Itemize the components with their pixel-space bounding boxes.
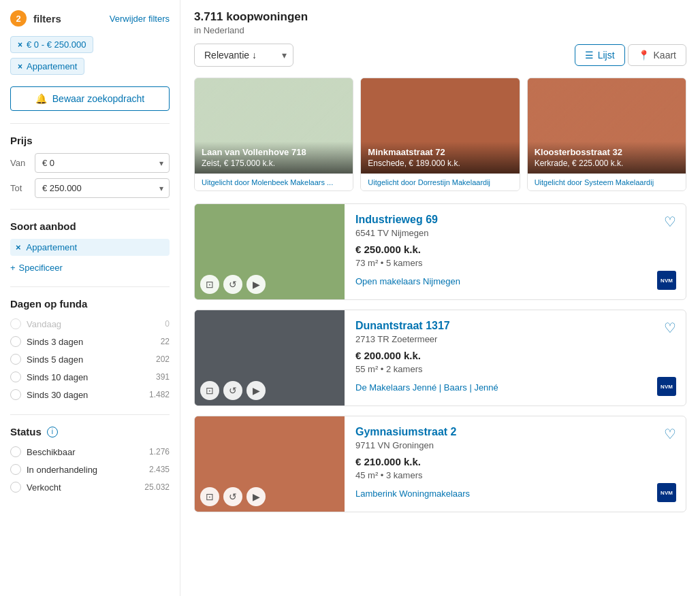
price-to-select[interactable]: € 250.000 [35,178,170,198]
save-search-button[interactable]: 🔔 Bewaar zoekopdracht [10,86,170,111]
play-icon[interactable]: ▶ [246,275,266,294]
listing-price: € 250.000 k.k. [355,244,675,255]
dagen-item[interactable]: Sinds 30 dagen1.482 [10,386,170,403]
sidebar: 2 filters Verwijder filters × € 0 - € 25… [0,0,180,596]
radio-circle [10,446,21,457]
nvm-badge: NVM [657,377,676,396]
results-header: 3.711 koopwoningen in Nederland [194,10,686,35]
status-item-label: Verkocht [27,482,61,493]
listing-card-info: ♡ Dunantstraat 1317 2713 TR Zoetermeer €… [345,310,686,405]
featured-card-agent: Uitgelicht door Systeem Makelaardij [528,173,686,191]
dagen-item-count: 391 [156,372,170,382]
play-icon[interactable]: ▶ [246,487,266,506]
active-filter-type[interactable]: × Appartement [10,58,84,75]
featured-card-image: Laan van Vollenhove 718 Zeist, € 175.000… [195,78,353,173]
favorite-icon[interactable]: ♡ [664,320,676,336]
status-info-icon[interactable]: i [47,427,58,437]
view-map-button[interactable]: 📍 Kaart [628,44,686,66]
status-item[interactable]: Verkocht25.032 [10,478,170,496]
featured-card[interactable]: Kloosterbosstraat 32 Kerkrade, € 225.000… [527,78,686,191]
price-from-select[interactable]: € 0 [35,153,170,173]
listing-street[interactable]: Dunantstraat 1317 [355,320,675,332]
listing-agent[interactable]: De Makelaars Jenné | Baars | Jenné [355,382,675,393]
dagen-item[interactable]: Sinds 3 dagen22 [10,333,170,350]
radio-circle [10,464,21,475]
dagen-item-count: 202 [156,354,170,364]
results-count: 3.711 koopwoningen [194,10,686,24]
remove-aanbod-icon[interactable]: × [16,242,21,252]
listings-container: ⊡ ↺ ▶ ♡ Industrieweg 69 6541 TV Nijmegen… [194,203,686,512]
dagen-section-title: Dagen op funda [10,298,170,310]
listing-price: € 210.000 k.k. [355,456,675,467]
status-item-label: In onderhandeling [27,465,97,475]
rotate-icon[interactable]: ↺ [223,487,242,506]
rotate-icon[interactable]: ↺ [223,275,242,294]
view-toggle: ☰ Lijst 📍 Kaart [575,44,686,66]
status-section: Status i Beschikbaar1.276In onderhandeli… [10,426,170,496]
dagen-item-label: Vandaag [27,319,61,329]
dagen-item[interactable]: Vandaag0 [10,315,170,333]
active-filter-price[interactable]: × € 0 - € 250.000 [10,36,93,53]
dagen-item[interactable]: Sinds 5 dagen202 [10,350,170,368]
favorite-icon[interactable]: ♡ [664,426,676,442]
favorite-icon[interactable]: ♡ [664,214,676,230]
aanbod-label: Appartement [27,242,77,252]
listing-city: 6541 TV Nijmegen [355,228,675,238]
listing-image-actions: ⊡ ↺ ▶ [200,381,266,400]
featured-card-address: Kloosterbosstraat 32 [535,147,679,157]
plus-icon: + [10,263,16,273]
listing-card[interactable]: ⊡ ↺ ▶ ♡ Gymnasiumstraat 2 9711 VN Gronin… [194,416,686,512]
map-icon: 📍 [638,50,650,61]
remove-type-filter[interactable]: × [18,62,22,71]
save-listing-icon[interactable]: ⊡ [200,487,219,506]
status-item[interactable]: Beschikbaar1.276 [10,443,170,461]
status-item-label: Beschikbaar [27,447,76,457]
sort-select[interactable]: Relevantie ↓ Prijs oplopend Prijs aflope… [194,44,293,67]
featured-card-address: Laan van Vollenhove 718 [202,147,346,157]
listing-specs: 55 m² • 2 kamers [355,364,675,374]
featured-card-address: Minkmaatstraat 72 [368,147,512,157]
view-map-label: Kaart [654,50,676,61]
type-filter-label: Appartement [27,61,77,71]
main-content: 3.711 koopwoningen in Nederland Relevant… [180,0,700,596]
featured-card-price: Enschede, € 189.000 k.k. [368,159,512,168]
listing-card-info: ♡ Industrieweg 69 6541 TV Nijmegen € 250… [345,204,686,299]
toolbar: Relevantie ↓ Prijs oplopend Prijs aflope… [194,44,686,67]
featured-card-price: Zeist, € 175.000 k.k. [202,159,346,168]
play-icon[interactable]: ▶ [246,381,266,400]
featured-card-image: Minkmaatstraat 72 Enschede, € 189.000 k.… [361,78,519,173]
status-header: Status i [10,426,170,437]
filter-count-badge: 2 [10,10,27,27]
listing-card[interactable]: ⊡ ↺ ▶ ♡ Dunantstraat 1317 2713 TR Zoeter… [194,310,686,406]
bell-icon: 🔔 [35,93,47,104]
listing-street[interactable]: Gymnasiumstraat 2 [355,426,675,438]
listing-street[interactable]: Industrieweg 69 [355,214,675,226]
remove-price-filter[interactable]: × [18,40,22,50]
listing-card-image: ⊡ ↺ ▶ [195,204,345,299]
save-listing-icon[interactable]: ⊡ [200,381,219,400]
specificeer-link[interactable]: + Specificeer [10,260,170,276]
dagen-item[interactable]: Sinds 10 dagen391 [10,368,170,386]
active-filters: × € 0 - € 250.000 × Appartement [10,36,170,80]
price-from-row: Van € 0 [10,153,170,173]
listing-agent[interactable]: Lamberink Woningmakelaars [355,489,675,499]
featured-card-image: Kloosterbosstraat 32 Kerkrade, € 225.000… [528,78,686,173]
listing-agent[interactable]: Open makelaars Nijmegen [355,276,675,286]
remove-filters-link[interactable]: Verwijder filters [110,14,170,24]
view-list-button[interactable]: ☰ Lijst [575,44,625,66]
radio-circle [10,482,21,493]
listing-card[interactable]: ⊡ ↺ ▶ ♡ Industrieweg 69 6541 TV Nijmegen… [194,203,686,300]
rotate-icon[interactable]: ↺ [223,381,242,400]
price-filter-label: € 0 - € 250.000 [27,39,86,50]
aanbod-appartement[interactable]: × Appartement [10,239,170,256]
price-section-title: Prijs [10,135,170,146]
save-listing-icon[interactable]: ⊡ [200,275,219,294]
status-item[interactable]: In onderhandeling2.435 [10,461,170,478]
dagen-item-count: 1.482 [149,390,170,399]
featured-card-overlay: Laan van Vollenhove 718 Zeist, € 175.000… [195,142,353,173]
radio-circle [10,336,21,347]
featured-card[interactable]: Laan van Vollenhove 718 Zeist, € 175.000… [194,78,353,191]
featured-card[interactable]: Minkmaatstraat 72 Enschede, € 189.000 k.… [360,78,520,191]
featured-card-agent: Uitgelicht door Molenbeek Makelaars ... [195,173,353,191]
featured-card-price: Kerkrade, € 225.000 k.k. [535,159,679,168]
